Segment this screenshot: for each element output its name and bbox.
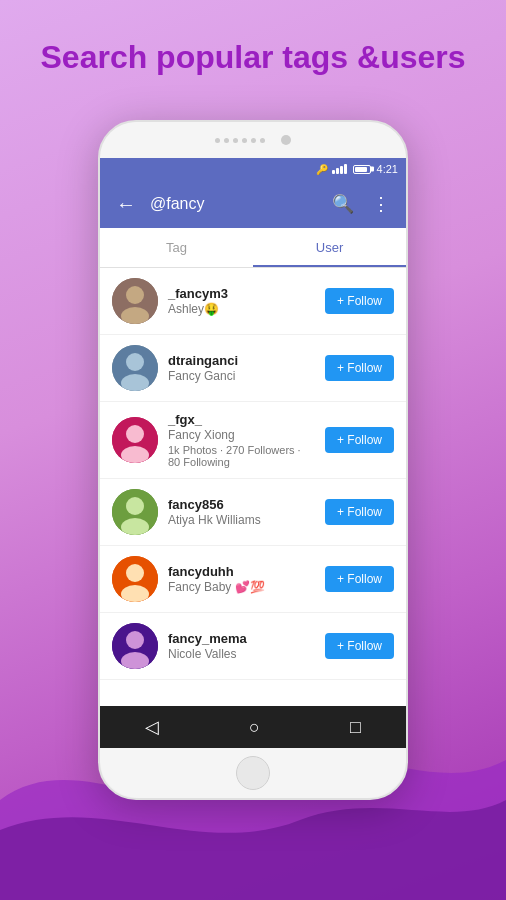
battery-icon [353, 165, 371, 174]
follow-button[interactable]: + Follow [325, 427, 394, 453]
page-title: Search popular tags &users [0, 38, 506, 76]
svg-point-10 [126, 497, 144, 515]
avatar [112, 345, 158, 391]
svg-point-13 [126, 564, 144, 582]
speaker [215, 138, 265, 143]
avatar [112, 623, 158, 669]
follow-button[interactable]: + Follow [325, 633, 394, 659]
home-nav-button[interactable]: ○ [249, 717, 260, 738]
display-name: Fancy Baby 💕💯 [168, 580, 315, 594]
username: fancy_mema [168, 631, 315, 646]
svg-point-16 [126, 631, 144, 649]
recents-nav-button[interactable]: □ [350, 717, 361, 738]
user-info: fancy856 Atiya Hk Williams [168, 497, 315, 527]
avatar [112, 278, 158, 324]
signal-bar-3 [340, 166, 343, 174]
dot [242, 138, 247, 143]
home-button[interactable] [236, 756, 270, 790]
avatar [112, 489, 158, 535]
user-stats: 1k Photos · 270 Followers · 80 Following [168, 444, 315, 468]
signal-bar-4 [344, 164, 347, 174]
follow-button[interactable]: + Follow [325, 288, 394, 314]
app-bar: ← @fancy 🔍 ⋮ [100, 180, 406, 228]
svg-point-1 [126, 286, 144, 304]
user-info: dtrainganci Fancy Ganci [168, 353, 315, 383]
dot [215, 138, 220, 143]
search-query-text: @fancy [150, 195, 318, 213]
user-list: _fancym3 Ashley🤑 + Follow dtrainganci Fa… [100, 268, 406, 706]
signal-bars [332, 164, 347, 174]
user-info: _fgx_ Fancy Xiong 1k Photos · 270 Follow… [168, 412, 315, 468]
signal-bar-2 [336, 168, 339, 174]
status-bar: 🔑 4:21 [100, 158, 406, 180]
user-info: fancyduhh Fancy Baby 💕💯 [168, 564, 315, 594]
display-name: Nicole Valles [168, 647, 315, 661]
follow-button[interactable]: + Follow [325, 355, 394, 381]
back-nav-button[interactable]: ◁ [145, 716, 159, 738]
signal-bar-1 [332, 170, 335, 174]
display-name: Atiya Hk Williams [168, 513, 315, 527]
list-item: fancy856 Atiya Hk Williams + Follow [100, 479, 406, 546]
svg-point-4 [126, 353, 144, 371]
display-name: Fancy Xiong [168, 428, 315, 442]
search-icon-button[interactable]: 🔍 [328, 189, 358, 219]
avatar [112, 556, 158, 602]
time-display: 4:21 [377, 163, 398, 175]
list-item: _fgx_ Fancy Xiong 1k Photos · 270 Follow… [100, 402, 406, 479]
tab-user[interactable]: User [253, 228, 406, 267]
username: fancy856 [168, 497, 315, 512]
username: _fgx_ [168, 412, 315, 427]
username: fancyduhh [168, 564, 315, 579]
list-item: fancy_mema Nicole Valles + Follow [100, 613, 406, 680]
key-icon: 🔑 [316, 164, 328, 175]
display-name: Ashley🤑 [168, 302, 315, 316]
username: dtrainganci [168, 353, 315, 368]
phone-top-bezel [100, 122, 406, 158]
list-item: fancyduhh Fancy Baby 💕💯 + Follow [100, 546, 406, 613]
tab-bar: Tag User [100, 228, 406, 268]
phone-bottom-bezel [100, 748, 406, 798]
avatar [112, 417, 158, 463]
more-options-button[interactable]: ⋮ [368, 189, 394, 219]
tab-tag[interactable]: Tag [100, 228, 253, 267]
dot [260, 138, 265, 143]
front-camera [281, 135, 291, 145]
username: _fancym3 [168, 286, 315, 301]
display-name: Fancy Ganci [168, 369, 315, 383]
svg-point-7 [126, 425, 144, 443]
dot [233, 138, 238, 143]
user-info: _fancym3 Ashley🤑 [168, 286, 315, 316]
battery-fill [355, 167, 368, 172]
user-info: fancy_mema Nicole Valles [168, 631, 315, 661]
phone-frame: 🔑 4:21 ← @fancy 🔍 ⋮ Tag Us [98, 120, 408, 800]
dot [251, 138, 256, 143]
follow-button[interactable]: + Follow [325, 566, 394, 592]
navigation-bar: ◁ ○ □ [100, 706, 406, 748]
back-button[interactable]: ← [112, 189, 140, 220]
phone-screen: 🔑 4:21 ← @fancy 🔍 ⋮ Tag Us [100, 158, 406, 748]
dot [224, 138, 229, 143]
list-item: dtrainganci Fancy Ganci + Follow [100, 335, 406, 402]
follow-button[interactable]: + Follow [325, 499, 394, 525]
list-item: _fancym3 Ashley🤑 + Follow [100, 268, 406, 335]
